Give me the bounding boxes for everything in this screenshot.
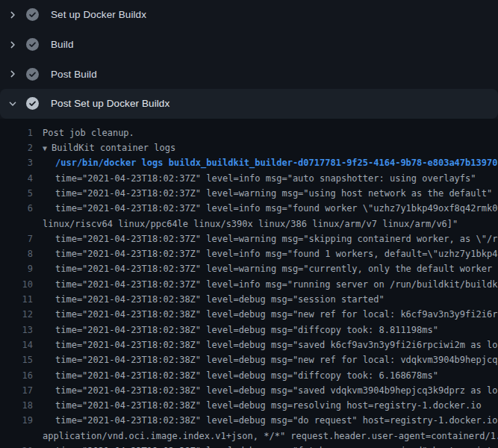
log-line-number[interactable]: 19 [0, 413, 33, 428]
log-line: 20 time="2021-04-23T18:02:38Z" level=deb… [0, 444, 498, 448]
log-line-text: Post job cleanup. [43, 125, 134, 140]
log-line-number[interactable]: 14 [0, 337, 33, 352]
chevron-right-icon [8, 40, 17, 49]
check-circle-icon [26, 68, 39, 81]
check-circle-icon [26, 97, 39, 110]
log-line: 17 time="2021-04-23T18:02:38Z" level=deb… [0, 383, 498, 398]
log-line-number[interactable] [0, 429, 33, 444]
log-line: 8 time="2021-04-23T18:02:37Z" level=info… [0, 246, 498, 261]
log-line: 10 time="2021-04-23T18:02:37Z" level=inf… [0, 277, 498, 292]
log-line-text: ▼BuildKit container logs [43, 140, 175, 155]
log-line-number[interactable]: 5 [0, 186, 33, 201]
log-line-text: time="2021-04-23T18:02:37Z" level=warnin… [55, 186, 492, 201]
log-line: 11 time="2021-04-23T18:02:38Z" level=deb… [0, 292, 498, 307]
chevron-down-icon [8, 99, 17, 108]
log-line-number[interactable]: 8 [0, 246, 33, 261]
log-line: 9 time="2021-04-23T18:02:37Z" level=warn… [0, 261, 498, 276]
log-line-number[interactable]: 13 [0, 323, 33, 337]
log-line-text: time="2021-04-23T18:02:38Z" level=debug … [55, 323, 438, 337]
log-line-text: linux/riscv64 linux/ppc64le linux/s390x … [43, 217, 458, 231]
log-line: 2 ▼BuildKit container logs [0, 140, 498, 155]
log-line-text: time="2021-04-23T18:02:38Z" level=debug … [55, 413, 498, 428]
log-line-number[interactable]: 16 [0, 368, 33, 383]
log-line-text: time="2021-04-23T18:02:38Z" level=debug … [55, 368, 438, 383]
log-line: 4 time="2021-04-23T18:02:37Z" level=info… [0, 171, 498, 186]
step-label: Set up Docker Buildx [51, 9, 146, 20]
log-line-number[interactable]: 18 [0, 398, 33, 413]
log-line: 1 Post job cleanup. [0, 125, 498, 140]
log-line-number[interactable]: 6 [0, 201, 33, 216]
log-line: 3 /usr/bin/docker logs buildx_buildkit_b… [0, 155, 498, 170]
log-line-text: application/vnd.oci.image.index.v1+json,… [43, 429, 498, 444]
log-line-number[interactable]: 12 [0, 307, 33, 322]
step-row[interactable]: Post Set up Docker Buildx [0, 89, 498, 119]
step-label: Build [51, 39, 74, 50]
chevron-right-icon [8, 69, 17, 78]
log-line-number[interactable]: 20 [0, 444, 33, 448]
log-line-number[interactable]: 11 [0, 292, 33, 307]
log-line-text: time="2021-04-23T18:02:38Z" level=debug … [55, 398, 482, 413]
log-line: 19 time="2021-04-23T18:02:38Z" level=deb… [0, 413, 498, 428]
log-line-text: time="2021-04-23T18:02:37Z" level=info m… [55, 171, 476, 186]
chevron-right-icon [8, 10, 17, 19]
log-line: 12 time="2021-04-23T18:02:38Z" level=deb… [0, 307, 498, 322]
log-line-number[interactable]: 1 [0, 125, 33, 140]
log-line-number[interactable]: 9 [0, 261, 33, 276]
step-label: Post Set up Docker Buildx [51, 98, 169, 109]
log-line-text: time="2021-04-23T18:02:37Z" level=info m… [55, 277, 498, 292]
log-line: 14 time="2021-04-23T18:02:38Z" level=deb… [0, 337, 498, 352]
log-line: 15 time="2021-04-23T18:02:38Z" level=deb… [0, 352, 498, 367]
log-line-text: time="2021-04-23T18:02:38Z" level=debug … [55, 444, 498, 448]
log-line-text: time="2021-04-23T18:02:37Z" level=warnin… [55, 261, 498, 276]
log-line: 5 time="2021-04-23T18:02:37Z" level=warn… [0, 186, 498, 201]
log-line: 13 time="2021-04-23T18:02:38Z" level=deb… [0, 323, 498, 337]
log-line-text: /usr/bin/docker logs buildx_buildkit_bui… [55, 155, 497, 170]
log-line-continuation: linux/riscv64 linux/ppc64le linux/s390x … [0, 217, 498, 231]
check-circle-icon [26, 38, 39, 51]
log-line-number[interactable]: 4 [0, 171, 33, 186]
log-line: 16 time="2021-04-23T18:02:38Z" level=deb… [0, 368, 498, 383]
log-line: 6 time="2021-04-23T18:02:37Z" level=info… [0, 201, 498, 216]
collapse-group-toggle-icon[interactable]: ▼ [43, 144, 47, 152]
log-line-number[interactable]: 3 [0, 155, 33, 170]
log-line-text: time="2021-04-23T18:02:37Z" level=info m… [55, 246, 498, 261]
log-line-number[interactable]: 7 [0, 231, 33, 246]
log-line-number[interactable] [0, 217, 33, 231]
log-line-text: time="2021-04-23T18:02:38Z" level=debug … [55, 292, 385, 307]
step-row[interactable]: Set up Docker Buildx [0, 0, 498, 30]
log-line-text: time="2021-04-23T18:02:37Z" level=info m… [55, 201, 498, 216]
log-line: 18 time="2021-04-23T18:02:38Z" level=deb… [0, 398, 498, 413]
log-line-text: time="2021-04-23T18:02:38Z" level=debug … [55, 352, 498, 367]
log-line-text: time="2021-04-23T18:02:37Z" level=warnin… [55, 231, 498, 246]
step-row[interactable]: Build [0, 30, 498, 60]
log-line: 7 time="2021-04-23T18:02:37Z" level=warn… [0, 231, 498, 246]
actions-log-viewer: Set up Docker Buildx Build Post Buil [0, 0, 498, 448]
log-line-number[interactable]: 15 [0, 352, 33, 367]
log-line-number[interactable]: 10 [0, 277, 33, 292]
log-line-continuation: application/vnd.oci.image.index.v1+json,… [0, 429, 498, 444]
log-line-number[interactable]: 17 [0, 383, 33, 398]
log-line-text: time="2021-04-23T18:02:38Z" level=debug … [55, 383, 498, 398]
check-circle-icon [26, 8, 39, 21]
log-area: 1 Post job cleanup. 2 ▼BuildKit containe… [0, 119, 498, 448]
log-line-text: time="2021-04-23T18:02:38Z" level=debug … [55, 337, 498, 352]
log-line-text: time="2021-04-23T18:02:38Z" level=debug … [55, 307, 498, 322]
steps-list: Set up Docker Buildx Build Post Buil [0, 0, 498, 119]
step-row[interactable]: Post Build [0, 59, 498, 89]
step-label: Post Build [51, 69, 97, 80]
log-line-number[interactable]: 2 [0, 140, 33, 155]
